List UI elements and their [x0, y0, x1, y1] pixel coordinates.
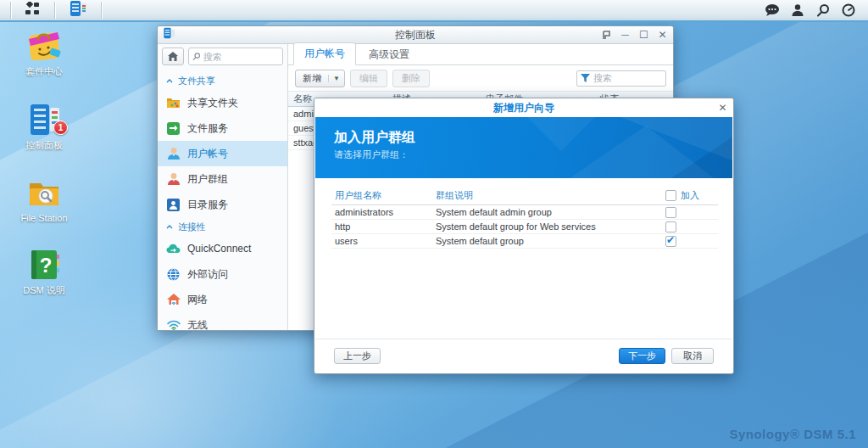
file-station-icon	[27, 176, 61, 210]
group-row-http[interactable]: http System default group for Web servic…	[331, 220, 718, 234]
group-name: users	[331, 236, 436, 246]
home-button[interactable]	[162, 48, 184, 65]
wizard-title: 新增用户向导	[314, 101, 733, 115]
quickconnect-cloud-icon	[166, 242, 181, 256]
join-checkbox[interactable]	[665, 221, 676, 232]
main-menu-button[interactable]	[13, 0, 53, 20]
cancel-button[interactable]: 取消	[671, 348, 714, 364]
package-center-icon	[27, 29, 61, 63]
tab-bar: 用户帐号 高级设置	[288, 44, 673, 65]
desktop-icon-label: File Station	[20, 213, 67, 223]
search-icon[interactable]	[812, 1, 834, 20]
desktop: 套件中心 1 控制面板	[0, 0, 868, 448]
column-group-name[interactable]: 用户组名称	[331, 189, 436, 202]
taskbar-divider	[10, 2, 11, 19]
filter-placeholder: 搜索	[593, 72, 612, 85]
sidebar-item-label: 用户帐号	[187, 147, 228, 161]
next-button[interactable]: 下一步	[619, 348, 665, 364]
taskbar	[0, 0, 868, 22]
search-input[interactable]	[203, 52, 279, 62]
notifications-chat-icon[interactable]	[761, 1, 783, 20]
sidebar-item-shared-folder[interactable]: 共享文件夹	[158, 90, 287, 115]
desktop-icon-label: 套件中心	[25, 65, 63, 78]
sidebar-item-label: 文件服务	[187, 121, 228, 136]
wizard-heading: 加入用户群组	[334, 129, 415, 147]
taskbar-divider	[101, 2, 102, 19]
wizard-footer: 上一步 下一步 取消	[315, 339, 732, 372]
toolbar: 新增 ▼ 编辑 删除 搜索	[288, 65, 673, 91]
column-join: 加入	[681, 189, 699, 202]
sidebar-item-quickconnect[interactable]: QuickConnect	[158, 236, 287, 261]
tab-advanced-settings[interactable]: 高级设置	[358, 43, 420, 65]
pin-shortcut-icon[interactable]	[601, 30, 612, 41]
sidebar-item-wireless[interactable]: 无线	[158, 312, 287, 330]
group-table-header: 用户组名称 群组说明 加入	[331, 187, 718, 205]
edit-button[interactable]: 编辑	[350, 70, 387, 87]
delete-button[interactable]: 删除	[392, 70, 430, 87]
maximize-icon[interactable]: ☐	[638, 30, 649, 41]
sidebar-item-directory-service[interactable]: 目录服务	[158, 192, 287, 217]
group-row-administrators[interactable]: administrators System default admin grou…	[331, 205, 718, 220]
sidebar-item-label: 目录服务	[187, 198, 228, 212]
window-title: 控制面板	[158, 28, 673, 42]
main-menu-grid-icon	[25, 2, 41, 20]
close-icon[interactable]: ✕	[717, 103, 728, 114]
group-description: System default group	[436, 236, 665, 246]
taskbar-divider	[54, 2, 55, 19]
section-label: 文件共享	[178, 75, 215, 87]
group-row-users[interactable]: users System default group	[331, 234, 718, 249]
banner-facets	[315, 117, 732, 178]
chevron-down-icon[interactable]: ▼	[328, 75, 344, 82]
desktop-icon-file-station[interactable]: File Station	[10, 176, 78, 223]
desktop-icon-control-panel[interactable]: 1 控制面板	[10, 103, 78, 152]
add-button-label: 新增	[296, 72, 328, 85]
sidebar-search-box[interactable]	[188, 48, 283, 65]
minimize-icon[interactable]: ─	[620, 30, 631, 41]
sidebar-item-label: 外部访问	[187, 267, 228, 282]
new-user-wizard-dialog: 新增用户向导 ✕ 加入用户群组 请选择用户群组： 用户组名称 群组说明 加入	[314, 98, 734, 374]
sidebar-item-label: 用户群组	[187, 172, 228, 187]
user-account-icon	[166, 147, 181, 161]
dsm-version-watermark: Synology® DSM 5.1	[729, 427, 856, 441]
file-services-icon	[166, 121, 181, 136]
sidebar-item-user-group[interactable]: 用户群组	[158, 166, 287, 192]
shared-folder-icon	[166, 96, 181, 110]
taskbar-open-app-control-panel[interactable]	[57, 0, 99, 20]
chevron-up-icon	[166, 79, 173, 83]
sidebar-section-file-sharing[interactable]: 文件共享	[158, 71, 287, 90]
dsm-help-icon: ?	[27, 248, 61, 282]
column-group-description[interactable]: 群组说明	[436, 189, 665, 202]
search-icon	[192, 52, 201, 61]
sidebar-item-network[interactable]: 网络	[158, 287, 287, 312]
desktop-icon-dsm-help[interactable]: ? DSM 说明	[10, 248, 78, 297]
widgets-gauge-icon[interactable]	[837, 1, 860, 20]
sidebar-item-external-access[interactable]: 外部访问	[158, 261, 287, 287]
sidebar-item-label: 共享文件夹	[187, 96, 238, 110]
select-all-checkbox[interactable]	[665, 190, 676, 201]
sidebar-item-label: 无线	[187, 318, 208, 331]
back-button[interactable]: 上一步	[334, 348, 381, 364]
filter-search-box[interactable]: 搜索	[576, 70, 666, 87]
wizard-titlebar[interactable]: 新增用户向导 ✕	[314, 98, 733, 117]
notification-badge: 1	[53, 120, 68, 135]
sidebar-item-file-services[interactable]: 文件服务	[158, 115, 287, 141]
desktop-icon-column: 套件中心 1 控制面板	[10, 29, 78, 297]
sidebar-item-label: QuickConnect	[187, 243, 251, 255]
sidebar-section-connectivity[interactable]: 连接性	[158, 217, 287, 236]
join-checkbox[interactable]	[665, 207, 676, 218]
taskbar-right-icons	[761, 1, 868, 20]
tab-user-account[interactable]: 用户帐号	[293, 42, 356, 65]
sidebar-item-label: 网络	[187, 293, 208, 307]
user-group-icon	[166, 172, 181, 187]
desktop-icon-package-center[interactable]: 套件中心	[10, 29, 78, 78]
close-icon[interactable]: ✕	[657, 30, 668, 41]
chevron-up-icon	[166, 225, 173, 229]
add-button[interactable]: 新增 ▼	[295, 70, 345, 87]
user-options-icon[interactable]	[787, 1, 809, 20]
sidebar-item-user-account[interactable]: 用户帐号	[158, 141, 287, 166]
join-checkbox[interactable]	[665, 236, 676, 247]
control-panel-icon: 1	[27, 103, 61, 137]
control-panel-titlebar[interactable]: 控制面板 ─ ☐ ✕	[158, 26, 673, 44]
control-panel-task-icon	[69, 0, 87, 20]
filter-funnel-icon	[581, 74, 590, 82]
